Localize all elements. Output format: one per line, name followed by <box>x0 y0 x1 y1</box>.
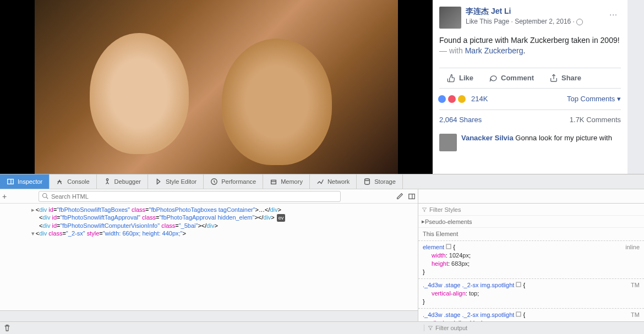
comment-sort-dropdown[interactable]: Top Comments ▾ <box>567 95 621 103</box>
edit-icon[interactable] <box>396 193 403 200</box>
page-avatar[interactable] <box>439 7 461 29</box>
inspect-icon[interactable] <box>516 282 521 287</box>
html-node[interactable]: ▸<div id="fbPhotoSnowliftTagBoxes" class… <box>0 206 418 213</box>
reaction-love-icon <box>447 94 457 104</box>
svg-rect-0 <box>8 179 14 184</box>
devtools-tab-console[interactable]: Console <box>50 174 96 189</box>
privacy-globe-icon[interactable] <box>576 19 583 25</box>
devtools-tab-performance[interactable]: Performance <box>204 174 263 189</box>
html-node[interactable]: <div id="fbPhotoSnowliftComputerVisionIn… <box>0 222 418 229</box>
post-body: Found a picture with Mark Zuckerberg tak… <box>439 35 621 57</box>
html-node[interactable]: <div id="fbPhotoSnowliftTagApproval" cla… <box>0 213 418 222</box>
comment-button[interactable]: Comment <box>481 70 542 86</box>
like-page-link[interactable]: Like This Page <box>466 18 509 25</box>
add-node-button[interactable]: + <box>2 192 11 201</box>
svg-rect-6 <box>409 194 415 199</box>
photo-stage[interactable] <box>0 0 433 174</box>
html-node[interactable]: ▾<div class="_2-sx" style="width: 660px;… <box>0 229 418 237</box>
svg-rect-3 <box>271 180 276 184</box>
filter-icon <box>422 207 427 212</box>
svg-point-1 <box>106 179 108 181</box>
svg-rect-8 <box>516 282 521 287</box>
tagged-person-link[interactable]: Mark Zuckerberg <box>465 46 523 55</box>
thumbs-up-icon <box>447 74 456 83</box>
trash-icon[interactable] <box>3 324 11 332</box>
filter-icon <box>428 325 433 331</box>
share-icon <box>549 74 558 83</box>
commenter-avatar[interactable] <box>439 134 457 151</box>
comments-count[interactable]: 1.7K Comments <box>570 116 621 124</box>
devtools-tab-inspector[interactable]: Inspector <box>0 174 50 189</box>
inspect-icon[interactable] <box>516 311 521 317</box>
svg-point-5 <box>43 193 47 198</box>
pseudo-elements-toggle[interactable]: ▸ Pseudo-elements <box>418 216 644 228</box>
inspect-icon[interactable] <box>446 244 451 249</box>
html-search-input[interactable] <box>39 191 341 202</box>
like-button[interactable]: Like <box>439 70 481 86</box>
devtools-tab-memory[interactable]: Memory <box>263 174 310 189</box>
share-button[interactable]: Share <box>542 70 589 86</box>
shares-count[interactable]: 2,064 Shares <box>439 116 482 124</box>
reaction-like-icon <box>437 94 447 104</box>
reaction-wow-icon <box>457 94 467 104</box>
html-search <box>39 191 341 202</box>
devtools-tab-storage[interactable]: Storage <box>357 174 403 189</box>
commenter-name[interactable]: Vanacker Silvia <box>461 134 514 142</box>
devtools-panel: InspectorConsoleDebuggerStyle EditorPerf… <box>0 174 644 334</box>
search-icon <box>42 193 48 199</box>
html-tree[interactable]: ▸<div id="fbPhotoSnowliftTagBoxes" class… <box>0 204 418 310</box>
comment-item: Vanacker Silvia Gonna look for my pictur… <box>439 129 621 151</box>
filter-output[interactable]: Filter output <box>435 325 467 331</box>
panel-toggle-icon[interactable] <box>408 193 416 200</box>
devtools-tab-debugger[interactable]: Debugger <box>97 174 148 189</box>
reaction-count[interactable]: 214K <box>471 95 488 103</box>
comment-icon <box>489 74 498 83</box>
post-more-menu[interactable]: ··· <box>609 10 618 19</box>
svg-rect-7 <box>446 244 451 249</box>
post-sidebar: ··· 李连杰 Jet Li Like This Page · Septembe… <box>433 0 627 174</box>
svg-point-4 <box>365 179 370 181</box>
page-name-link[interactable]: 李连杰 Jet Li <box>466 7 511 15</box>
breadcrumb <box>0 310 418 321</box>
photo-image <box>35 0 398 174</box>
post-date[interactable]: September 2, 2016 <box>515 18 571 25</box>
filter-styles[interactable]: Filter Styles <box>418 204 644 216</box>
obscured-background <box>627 0 644 174</box>
css-rules: This Element element {inline width: 1024… <box>418 228 644 321</box>
devtools-tab-style-editor[interactable]: Style Editor <box>148 174 204 189</box>
svg-rect-9 <box>516 312 521 316</box>
devtools-tab-network[interactable]: Network <box>310 174 357 189</box>
